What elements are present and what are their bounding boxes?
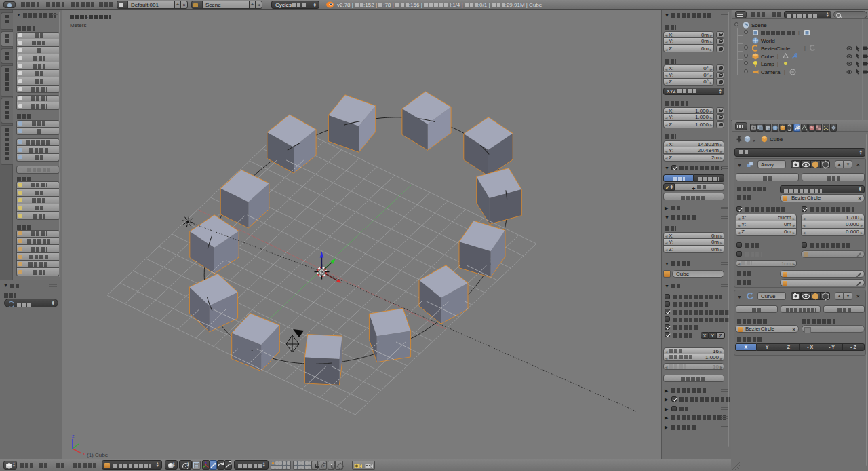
svg-text:x: x — [83, 451, 85, 456]
svg-text:z: z — [72, 434, 75, 438]
